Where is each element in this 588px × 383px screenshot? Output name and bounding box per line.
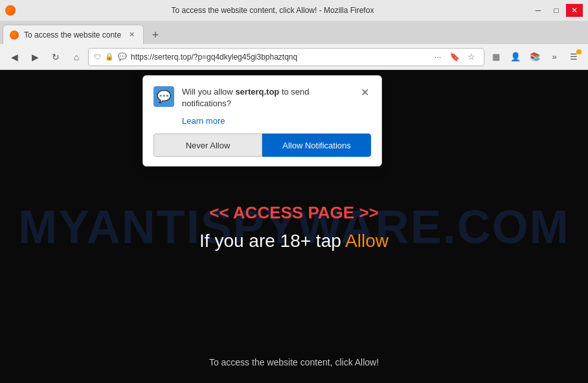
browser-tab[interactable]: To access the website conte ✕ xyxy=(3,25,144,44)
shield-icon: 🛡 xyxy=(94,53,101,61)
more-button[interactable]: ··· xyxy=(431,50,445,64)
close-button[interactable]: ✕ xyxy=(566,4,583,17)
address-actions: ··· 🔖 ☆ xyxy=(431,50,479,64)
bookmark-button[interactable]: ☆ xyxy=(464,50,479,64)
tap-allow-line: If you are 18+ tap Allow xyxy=(199,230,389,251)
never-allow-button[interactable]: Never Allow xyxy=(153,133,262,157)
container-button[interactable]: 🔖 xyxy=(447,50,462,64)
minimize-button[interactable]: ─ xyxy=(530,4,547,17)
tap-allow-text-prefix: If you are 18+ tap xyxy=(199,230,341,250)
firefox-icon xyxy=(5,5,16,16)
sidebar-button[interactable]: 📚 xyxy=(526,48,544,66)
page-main-content: << ACCESS PAGE >> If you are 18+ tap All… xyxy=(199,202,389,251)
bottom-instruction-text: To access the website content, click All… xyxy=(0,357,588,367)
tap-allow-word: Allow xyxy=(345,230,389,250)
back-button[interactable]: ◀ xyxy=(5,48,23,66)
nav-bar: ◀ ▶ ↻ ⌂ 🛡 🔒 💬 https://serterq.top/?p=gq4… xyxy=(0,44,588,70)
popup-question-text: Will you allow serterq.top to send notif… xyxy=(182,86,350,110)
tab-close-button[interactable]: ✕ xyxy=(126,30,137,40)
allow-notifications-button[interactable]: Allow Notifications xyxy=(262,133,371,157)
popup-header: 💬 Will you allow serterq.top to send not… xyxy=(153,86,371,110)
more-tools-button[interactable]: » xyxy=(545,48,563,66)
popup-learn-more-link[interactable]: Learn more xyxy=(182,116,371,126)
access-page-heading: << ACCESS PAGE >> xyxy=(199,202,389,222)
popup-domain-text: serterq.top xyxy=(235,87,279,97)
chat-icon: 💬 xyxy=(153,86,174,107)
tab-favicon-icon xyxy=(10,30,19,40)
forward-button[interactable]: ▶ xyxy=(26,48,44,66)
popup-buttons: Never Allow Allow Notifications xyxy=(153,133,371,157)
tab-title: To access the website conte xyxy=(24,30,121,40)
lock-icon: 🔒 xyxy=(105,52,114,61)
title-bar-controls: ─ □ ✕ xyxy=(530,4,583,17)
browser-content: MYANTISPYWARE.COM << ACCESS PAGE >> If y… xyxy=(0,70,588,383)
popup-text-area: Will you allow serterq.top to send notif… xyxy=(182,86,350,110)
menu-button[interactable]: ☰ xyxy=(565,48,583,66)
popup-will-you-text: Will you allow xyxy=(182,87,233,97)
notification-popup: 💬 Will you allow serterq.top to send not… xyxy=(142,75,382,167)
home-button[interactable]: ⌂ xyxy=(67,48,85,66)
notify-icon: 💬 xyxy=(118,52,127,61)
address-bar[interactable]: 🛡 🔒 💬 https://serterq.top/?p=gq4dkyleg45… xyxy=(88,48,484,66)
url-text: https://serterq.top/?p=gq4dkyleg45gi3bph… xyxy=(131,52,427,62)
collections-button[interactable]: ▦ xyxy=(487,48,505,66)
popup-close-button[interactable]: ✕ xyxy=(358,86,371,99)
reload-button[interactable]: ↻ xyxy=(47,48,65,66)
tab-bar: To access the website conte ✕ + xyxy=(0,21,588,44)
title-bar-text: To access the website content, click All… xyxy=(21,6,525,15)
sync-button[interactable]: 👤 xyxy=(506,48,525,66)
new-tab-button[interactable]: + xyxy=(146,26,164,44)
maximize-button[interactable]: □ xyxy=(548,4,565,17)
nav-extra: ▦ 👤 📚 » ☰ xyxy=(487,48,583,66)
title-bar: To access the website content, click All… xyxy=(0,0,588,21)
